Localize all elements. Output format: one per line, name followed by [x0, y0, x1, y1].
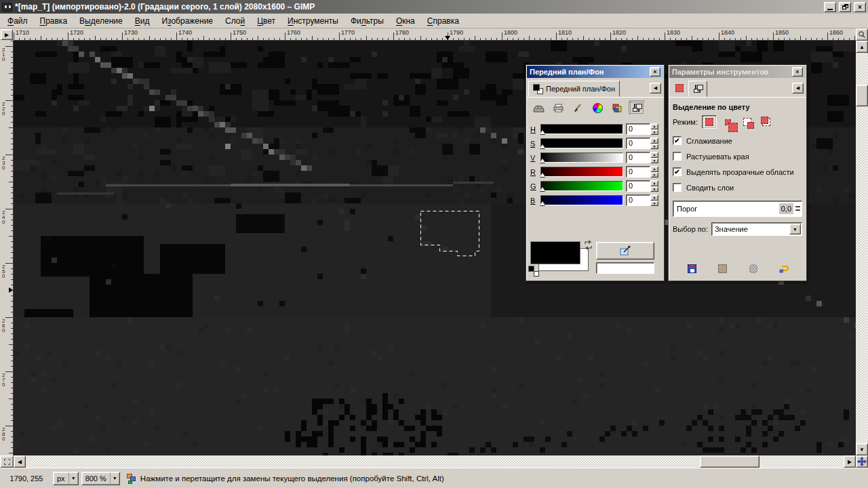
spin-up-icon[interactable]: ▲ — [650, 138, 658, 144]
slider-knob[interactable] — [540, 201, 545, 205]
channel-value-H[interactable]: 0 — [626, 123, 650, 135]
menu-Цвет[interactable]: Цвет — [251, 14, 281, 28]
zoom-follow-window-button[interactable] — [856, 28, 868, 41]
vertical-scrollbar[interactable] — [856, 53, 868, 443]
zoom-select[interactable]: 800 % ▼ — [81, 472, 120, 485]
slider-knob[interactable] — [540, 130, 545, 134]
close-button[interactable]: × — [854, 2, 866, 12]
mode-subtract-button[interactable] — [740, 115, 755, 129]
mode-add-button[interactable] — [721, 115, 736, 129]
select-by-row: Выбор по: Значение ▼ — [669, 217, 806, 241]
menu-Файл[interactable]: Файл — [1, 14, 34, 28]
mode-intersect-button[interactable] — [759, 115, 774, 129]
horizontal-scroll-thumb[interactable] — [700, 455, 760, 468]
select-by-dropdown[interactable]: Значение ▼ — [711, 222, 802, 236]
slider-knob[interactable] — [540, 173, 545, 177]
image-menu-button[interactable]: ▶ — [1, 29, 13, 40]
pick-color-button[interactable] — [596, 242, 654, 260]
menu-Инструменты[interactable]: Инструменты — [281, 14, 344, 28]
scroll-down-button[interactable]: ▼ — [856, 443, 868, 455]
menu-Фильтры[interactable]: Фильтры — [344, 14, 390, 28]
scales-selector-tab[interactable] — [629, 100, 645, 115]
spin-down-icon[interactable]: ▼ — [650, 172, 658, 178]
restore-button[interactable] — [839, 2, 851, 12]
close-button[interactable]: × — [792, 67, 803, 77]
checkbox[interactable]: ✔ — [673, 136, 682, 145]
checkbox[interactable]: ✔ — [673, 167, 682, 176]
tab-menu-button[interactable]: ◀ — [650, 83, 661, 94]
vertical-ruler[interactable]: 210220230240250260270280 — [0, 41, 14, 455]
window-titlebar[interactable]: *[map_T] (импортировано)-2.0 (Градации с… — [0, 0, 868, 14]
checkbox[interactable] — [673, 152, 682, 161]
channel-slider-B[interactable] — [540, 195, 623, 205]
default-colors-icon[interactable] — [528, 266, 539, 277]
ruler-label: 250 — [2, 264, 5, 279]
menu-Вид[interactable]: Вид — [129, 14, 156, 28]
reset-options-button[interactable] — [776, 262, 792, 275]
channel-value-G[interactable]: 0 — [626, 180, 650, 192]
quick-mask-toggle[interactable] — [0, 455, 14, 468]
delete-options-button[interactable] — [745, 262, 762, 275]
wilber-selector-tab[interactable] — [530, 100, 547, 115]
tab-select-by-color[interactable] — [671, 79, 688, 97]
slider-knob[interactable] — [540, 187, 545, 191]
spin-down-icon[interactable]: ▼ — [650, 186, 658, 192]
menu-Окна[interactable]: Окна — [390, 14, 421, 28]
palette-selector-tab[interactable] — [609, 100, 625, 115]
unit-select[interactable]: px ▼ — [53, 472, 79, 485]
scroll-left-button[interactable]: ◀ — [14, 455, 26, 468]
slider-knob[interactable] — [540, 159, 545, 163]
navigation-button[interactable] — [856, 455, 868, 468]
channel-value-R[interactable]: 0 — [626, 166, 650, 178]
channel-slider-S[interactable] — [540, 138, 623, 148]
channel-slider-R[interactable] — [540, 167, 623, 177]
color-dialog-titlebar[interactable]: Передний план/Фон × — [527, 66, 663, 78]
close-icon: × — [858, 3, 862, 11]
checkbox[interactable] — [673, 183, 682, 192]
menu-Изображение[interactable]: Изображение — [155, 14, 219, 28]
spin-up-icon[interactable]: ▲ — [650, 152, 658, 158]
triangle-selector-tab[interactable] — [589, 100, 606, 115]
mode-replace-button[interactable] — [702, 115, 717, 129]
swap-colors-icon[interactable] — [583, 240, 593, 251]
menu-Выделение[interactable]: Выделение — [73, 14, 129, 28]
spin-up-icon[interactable]: ▲ — [650, 180, 658, 186]
save-options-button[interactable] — [684, 262, 701, 275]
watercolor-selector-tab[interactable] — [570, 100, 586, 115]
spin-down-icon[interactable]: ▼ — [650, 158, 658, 164]
spin-up-icon[interactable]: ▲ — [650, 195, 658, 201]
horizontal-ruler[interactable]: 1710172017301740175017601770178017901800… — [14, 28, 856, 41]
menu-Справка[interactable]: Справка — [421, 14, 465, 28]
spin-down-icon[interactable]: ▼ — [650, 144, 658, 150]
channel-slider-V[interactable] — [540, 152, 623, 163]
spin-up-icon[interactable]: ▲ — [650, 166, 658, 172]
restore-options-button[interactable] — [715, 262, 731, 275]
channel-slider-H[interactable] — [540, 124, 623, 134]
channel-value-V[interactable]: 0 — [626, 152, 650, 163]
tool-options-titlebar[interactable]: Параметры инструментов × — [669, 66, 806, 78]
close-button[interactable]: × — [650, 67, 660, 77]
ruler-label: 1840 — [721, 29, 734, 36]
threshold-slider[interactable]: Порог 0,0 — [673, 201, 802, 217]
channel-value-S[interactable]: 0 — [626, 138, 650, 149]
menu-Правка[interactable]: Правка — [34, 14, 74, 28]
tab-tool-options[interactable] — [688, 81, 707, 97]
minimize-button[interactable] — [824, 2, 836, 12]
spin-down-icon[interactable]: ▼ — [650, 201, 658, 207]
slider-knob[interactable] — [540, 144, 545, 148]
spin-down-icon[interactable]: ▼ — [650, 129, 658, 136]
html-notation-entry[interactable] — [596, 262, 654, 274]
channel-value-B[interactable]: 0 — [626, 195, 650, 206]
channel-slider-G[interactable] — [540, 181, 623, 191]
scroll-up-button[interactable]: ▲ — [856, 41, 868, 53]
foreground-color-swatch[interactable] — [530, 241, 580, 264]
menu-Слой[interactable]: Слой — [219, 14, 251, 28]
scroll-right-button[interactable]: ▶ — [844, 455, 856, 468]
threshold-spinner[interactable] — [795, 206, 800, 211]
print-selector-tab[interactable] — [550, 100, 566, 115]
vertical-scroll-thumb[interactable] — [856, 85, 868, 106]
spin-up-icon[interactable]: ▲ — [650, 123, 658, 129]
tab-menu-button[interactable]: ◀ — [792, 83, 804, 94]
tab-fg-bg-color[interactable]: Передний план/Фон — [528, 81, 620, 97]
sliders-icon — [632, 103, 642, 113]
